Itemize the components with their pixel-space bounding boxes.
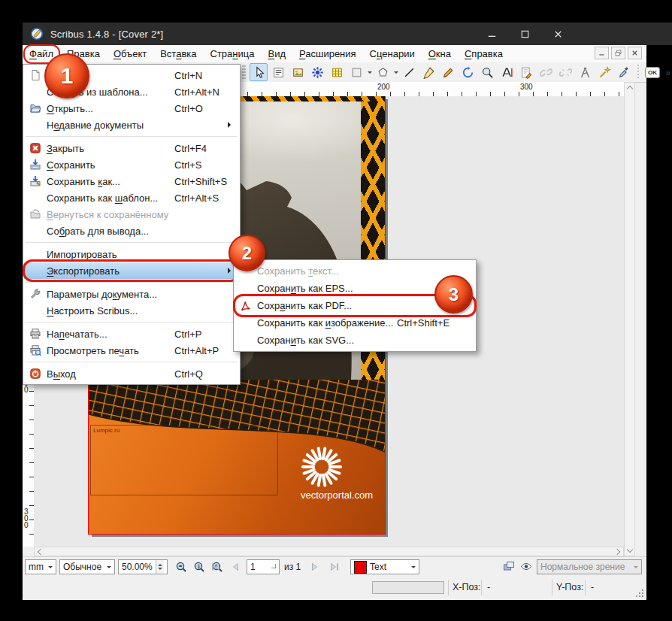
menu-item-print-preview[interactable]: Просмотреть печатьCtrl+Alt+P: [24, 342, 239, 359]
unlink-frames-icon[interactable]: [556, 63, 574, 81]
text-frame-outline: Lumpic.ru: [90, 425, 278, 495]
menubar-item-extras[interactable]: Расширения: [292, 45, 363, 62]
menu-item-open[interactable]: Открыть...Ctrl+O: [24, 100, 239, 117]
shape-dropdown-icon[interactable]: [366, 64, 373, 80]
layer-indicator-icon[interactable]: [501, 559, 517, 575]
menu-item-save-as[interactable]: Сохранить как...Ctrl+Shift+S: [24, 173, 239, 189]
polygon-dropdown-icon[interactable]: [392, 64, 399, 80]
spin-down-icon[interactable]: [158, 568, 162, 572]
menubar-item-page[interactable]: Страница: [204, 45, 262, 62]
menu-item-preferences[interactable]: Настроить Scribus...: [24, 302, 239, 319]
menu-item-shortcut: Ctrl+Alt+N: [174, 86, 239, 98]
shape-icon[interactable]: [347, 63, 365, 81]
toolbar-icons: OK»: [242, 63, 672, 81]
window-close-button[interactable]: [541, 23, 574, 45]
color-select[interactable]: Text: [350, 559, 419, 574]
toolbar-overflow-button[interactable]: »: [662, 67, 672, 78]
zoom-out-button[interactable]: [173, 559, 189, 575]
menu-item-collect[interactable]: Собрать для вывода...: [24, 223, 239, 239]
menu-item-save-image[interactable]: Сохранить как изображение...Ctrl+Shift+E: [235, 314, 475, 332]
preview-eye-icon[interactable]: [518, 559, 534, 575]
status-bar: mm Обычное 50.00% 1 1 из 1 Text: [23, 556, 646, 577]
menu-item-save-text[interactable]: Сохранить текст...: [235, 262, 475, 280]
zoom-level-spinner[interactable]: 50.00%: [118, 559, 168, 574]
zoom-100-button[interactable]: 1: [191, 559, 207, 575]
resize-grip[interactable]: [635, 589, 644, 598]
menu-item-print[interactable]: Напечатать...Ctrl+P: [24, 326, 239, 342]
text-frame-icon[interactable]: [269, 63, 287, 81]
select-tool-icon[interactable]: [250, 63, 268, 81]
edit-text-icon[interactable]: [498, 63, 516, 81]
save-as-icon: [24, 175, 47, 187]
ruler-h-label-200: 200: [377, 83, 390, 91]
menu-item-doc-setup[interactable]: Параметры документа...: [24, 286, 239, 302]
toolbar-grip[interactable]: [242, 65, 246, 79]
menu-item-label: Настроить Scribus...: [47, 305, 174, 317]
prev-page-button[interactable]: [227, 559, 244, 575]
menu-item-label: Сохранить как шаблон...: [47, 192, 174, 204]
zoom-icon[interactable]: [478, 63, 496, 81]
page-number-combo[interactable]: 1: [247, 559, 280, 574]
menubar-item-windows[interactable]: Окна: [422, 45, 458, 62]
menu-item-save-svg[interactable]: Сохранить как SVG...: [235, 332, 475, 349]
menubar-item-insert[interactable]: Вставка: [153, 45, 203, 62]
wand-icon[interactable]: [595, 63, 613, 81]
chevron-down-icon: [634, 566, 638, 571]
mdi-close-button[interactable]: [628, 47, 642, 59]
menu-item-recent[interactable]: Недавние документы: [24, 117, 239, 133]
link-frames-icon[interactable]: [537, 63, 555, 81]
annotation-step-1: 1: [44, 53, 89, 98]
window-minimize-button[interactable]: [475, 23, 508, 45]
eyedropper-icon[interactable]: [615, 63, 633, 81]
scroll-up-icon[interactable]: [626, 84, 633, 91]
scroll-right-icon[interactable]: [615, 548, 622, 555]
scroll-down-icon[interactable]: [626, 547, 633, 554]
menu-item-shortcut: Ctrl+O: [174, 103, 239, 114]
vision-select[interactable]: Нормальное зрение: [537, 559, 642, 574]
menu-item-label: Открыть...: [47, 103, 174, 114]
menubar-item-item[interactable]: Объект: [107, 45, 153, 62]
last-page-button[interactable]: [326, 559, 343, 575]
menu-item-export[interactable]: Экспортировать: [24, 262, 239, 279]
menubar-item-help[interactable]: Справка: [458, 45, 510, 62]
story-editor-icon[interactable]: [517, 63, 535, 81]
unit-select[interactable]: mm: [25, 559, 56, 574]
horizontal-scrollbar[interactable]: [34, 547, 624, 556]
scroll-left-icon[interactable]: [36, 548, 43, 555]
menubar-item-scripts[interactable]: Сценарии: [363, 45, 422, 62]
menubar-item-view[interactable]: Вид: [261, 45, 292, 62]
starburst-logo: [301, 446, 343, 488]
watermark-text: Lumpic.ru: [91, 426, 277, 434]
menu-item-label: Сохранить как PDF...: [257, 300, 397, 311]
pdf-push-button-icon[interactable]: OK: [643, 63, 661, 81]
measure-icon[interactable]: [576, 63, 594, 81]
revert-icon: [24, 208, 47, 220]
first-page-button[interactable]: [207, 559, 224, 575]
line-icon[interactable]: [400, 63, 418, 81]
menu-item-save-as-template[interactable]: Сохранить как шаблон...Ctrl+Alt+S: [24, 189, 239, 206]
next-page-button[interactable]: [307, 559, 323, 575]
menu-item-save[interactable]: СохранитьCtrl+S: [24, 156, 239, 173]
menu-item-import[interactable]: Импортировать: [24, 246, 239, 262]
vertical-scrollbar[interactable]: [624, 82, 635, 556]
mdi-minimize-button[interactable]: [595, 47, 609, 59]
bezier-icon[interactable]: [419, 63, 437, 81]
quit-icon: [24, 368, 47, 380]
menu-item-revert[interactable]: Вернуться к сохранённому: [24, 206, 239, 223]
menu-item-label: Закрыть: [47, 143, 174, 154]
chevron-down-icon: [48, 566, 53, 571]
rotate-icon[interactable]: [459, 63, 477, 81]
freehand-line-icon[interactable]: [439, 63, 457, 81]
image-frame-icon[interactable]: [289, 63, 307, 81]
quality-select[interactable]: Обычное: [59, 559, 115, 574]
window-maximize-button[interactable]: [508, 23, 541, 45]
render-frame-icon[interactable]: [308, 63, 326, 81]
cover-bottom-section: Lumpic.ru vectorportal.com: [89, 380, 385, 534]
table-icon[interactable]: [328, 63, 346, 81]
menu-item-quit[interactable]: ВыходCtrl+Q: [24, 365, 239, 382]
menu-item-label: Сохранить текст...: [257, 265, 397, 277]
mdi-restore-button[interactable]: [611, 47, 625, 59]
polygon-icon[interactable]: [374, 63, 392, 81]
spin-up-icon[interactable]: [158, 562, 162, 566]
menu-item-close[interactable]: ЗакрытьCtrl+F4: [24, 140, 239, 156]
